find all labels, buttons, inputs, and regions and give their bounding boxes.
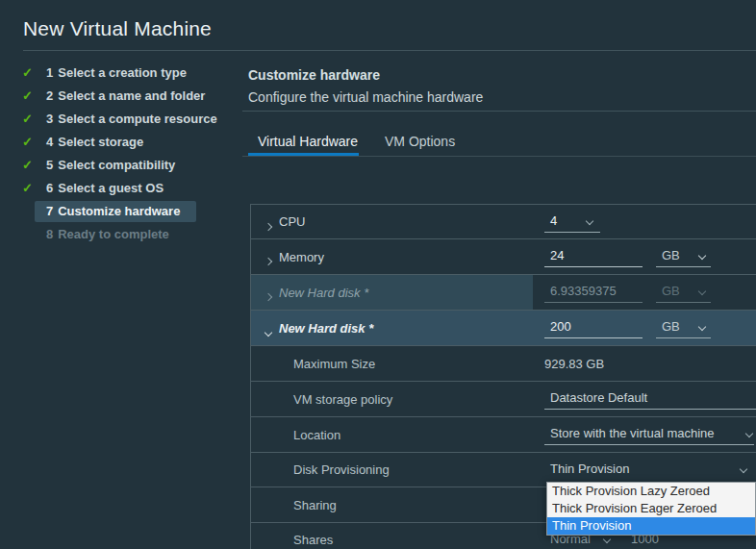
step-select-compute-resource[interactable]: ✓ 3Select a compute resource xyxy=(0,108,242,131)
row-existing-hard-disk: New Hard disk * 6.93359375 GB xyxy=(251,275,756,311)
step-customize-hardware[interactable]: 7Customize hardware xyxy=(0,200,242,223)
row-location: Location Store with the virtual machine xyxy=(251,417,756,453)
existing-disk-unit-select: GB xyxy=(656,282,711,303)
step-number: 7 xyxy=(46,204,53,218)
row-memory: Memory 24 GB xyxy=(251,239,756,275)
tab-vm-options[interactable]: VM Options xyxy=(385,134,455,149)
sharing-label: Sharing xyxy=(293,487,337,523)
step-label: Select a compute resource xyxy=(58,112,216,126)
check-icon: ✓ xyxy=(22,181,33,195)
check-icon: ✓ xyxy=(22,135,33,149)
menu-item-thick-lazy-zeroed[interactable]: Thick Provision Lazy Zeroed xyxy=(547,483,755,500)
title-divider xyxy=(23,50,756,51)
new-disk-label: New Hard disk * xyxy=(279,311,373,346)
step-number: 2 xyxy=(46,88,53,103)
menu-item-thick-eager-zeroed[interactable]: Thick Provision Eager Zeroed xyxy=(547,500,755,517)
step-label: Select storage xyxy=(58,135,143,149)
check-icon: ✓ xyxy=(22,65,33,80)
row-cpu: CPU 4 xyxy=(251,205,756,239)
location-label: Location xyxy=(293,417,340,453)
page-title: New Virtual Machine xyxy=(23,17,212,40)
step-label: Select a guest OS xyxy=(58,181,164,195)
step-number: 5 xyxy=(46,158,53,172)
row-new-hard-disk: New Hard disk * 200 GB xyxy=(251,311,756,346)
chevron-down-icon xyxy=(698,252,706,260)
disk-provisioning-dropdown-menu: Thick Provision Lazy Zeroed Thick Provis… xyxy=(546,482,756,536)
step-select-guest-os[interactable]: ✓ 6Select a guest OS xyxy=(0,177,242,200)
existing-disk-size-input: 6.93359375 xyxy=(544,282,643,303)
disk-provisioning-select[interactable]: Thin Provision xyxy=(544,460,756,481)
chevron-down-icon[interactable] xyxy=(265,324,271,338)
new-disk-unit-select[interactable]: GB xyxy=(656,317,711,338)
maximum-size-value: 929.83 GB xyxy=(544,346,604,382)
menu-item-thin-provision[interactable]: Thin Provision xyxy=(547,517,755,535)
step-number: 3 xyxy=(46,112,53,126)
step-number: 8 xyxy=(46,227,53,241)
tab-virtual-hardware[interactable]: Virtual Hardware xyxy=(258,134,358,149)
step-number: 6 xyxy=(46,181,53,195)
tab-bottom-border xyxy=(242,156,756,157)
step-select-storage[interactable]: ✓ 4Select storage xyxy=(0,131,242,154)
check-icon: ✓ xyxy=(22,158,33,172)
step-label: Select a name and folder xyxy=(58,88,205,103)
maximum-size-label: Maximum Size xyxy=(293,346,375,382)
row-maximum-size: Maximum Size 929.83 GB xyxy=(251,346,756,382)
memory-size-input[interactable]: 24 xyxy=(544,246,643,267)
cpu-count-select[interactable]: 4 xyxy=(544,212,600,233)
step-label: Customize hardware xyxy=(58,204,180,218)
shares-label: Shares xyxy=(293,523,333,549)
panel-subtitle: Configure the virtual machine hardware xyxy=(248,89,483,105)
step-number: 4 xyxy=(46,135,53,149)
chevron-down-icon xyxy=(603,536,611,543)
check-icon: ✓ xyxy=(22,88,33,103)
chevron-right-icon[interactable] xyxy=(265,218,271,233)
step-select-compatibility[interactable]: ✓ 5Select compatibility xyxy=(0,154,242,177)
chevron-down-icon xyxy=(586,217,593,225)
row-vm-storage-policy: VM storage policy Datastore Default xyxy=(251,382,756,417)
chevron-down-icon xyxy=(740,465,747,473)
step-label: Select a creation type xyxy=(58,65,187,80)
cpu-label: CPU xyxy=(279,205,305,239)
step-ready-to-complete[interactable]: 8Ready to complete xyxy=(0,223,242,246)
chevron-down-icon xyxy=(698,323,706,331)
step-number: 1 xyxy=(46,65,53,80)
location-select[interactable]: Store with the virtual machine xyxy=(544,424,754,445)
chevron-down-icon xyxy=(745,430,753,437)
step-label: Select compatibility xyxy=(58,158,175,172)
step-label: Ready to complete xyxy=(58,227,169,241)
memory-label: Memory xyxy=(279,239,324,275)
memory-unit-select[interactable]: GB xyxy=(656,246,711,267)
chevron-right-icon[interactable] xyxy=(265,253,271,267)
disk-provisioning-label: Disk Provisioning xyxy=(293,453,390,487)
wizard-steps-nav: ✓ 1Select a creation type ✓ 2Select a na… xyxy=(0,62,242,246)
new-disk-size-input[interactable]: 200 xyxy=(544,317,643,338)
panel-title: Customize hardware xyxy=(248,67,380,83)
existing-disk-label: New Hard disk * xyxy=(279,275,368,311)
storage-policy-select[interactable]: Datastore Default xyxy=(544,388,756,410)
check-icon: ✓ xyxy=(22,112,33,126)
step-select-name-folder[interactable]: ✓ 2Select a name and folder xyxy=(0,85,242,108)
storage-policy-label: VM storage policy xyxy=(293,382,392,417)
chevron-down-icon xyxy=(698,287,706,295)
panel-divider xyxy=(242,111,756,112)
step-select-creation-type[interactable]: ✓ 1Select a creation type xyxy=(0,62,242,85)
new-vm-wizard-dialog: { "window": { "title": "New Virtual Mach… xyxy=(0,0,756,549)
chevron-right-icon[interactable] xyxy=(265,288,271,303)
